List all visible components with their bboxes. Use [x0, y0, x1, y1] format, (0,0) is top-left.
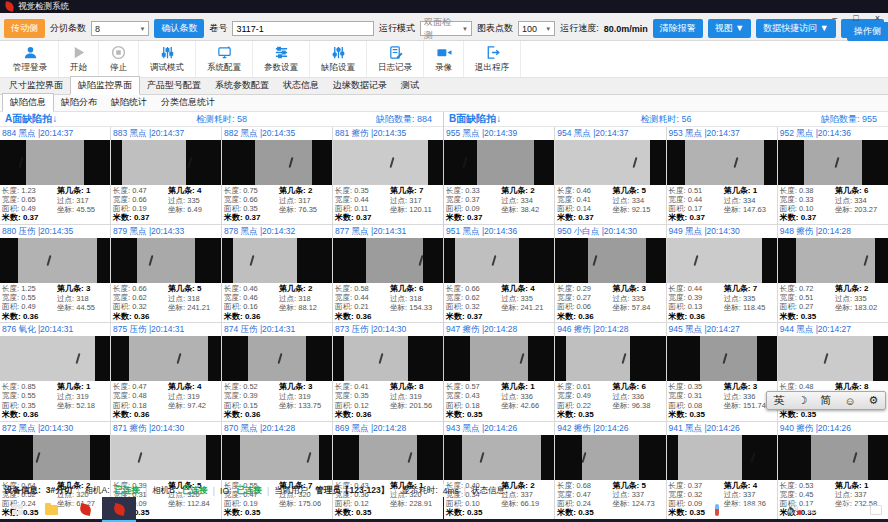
defect-strip-number: 第几条: 7: [390, 186, 441, 196]
defect-cell[interactable]: 951 黑点 |20:14:36 长度: 0.66 宽度: 0.62 面积: 0…: [444, 225, 554, 322]
defect-width: 宽度: 0.45: [780, 490, 835, 499]
file-explorer-button[interactable]: [34, 497, 68, 522]
tab-4[interactable]: 状态信息: [276, 77, 326, 94]
device-info-label: 设备信息:: [4, 485, 41, 497]
defect-cell[interactable]: 949 黑点 |20:14:30 长度: 0.44 宽度: 0.39 面积: 0…: [667, 225, 777, 322]
defect-meters: 米数: 0.35: [557, 508, 612, 518]
view-menu-button[interactable]: 视图 ▼: [708, 19, 751, 38]
clear-alarm-button[interactable]: 清除报警: [653, 19, 703, 38]
roll-number-input[interactable]: [232, 21, 373, 36]
close-button[interactable]: ×: [875, 14, 880, 23]
defect-cell[interactable]: 878 黑点 |20:14:32 长度: 0.46 宽度: 0.46 面积: 0…: [222, 225, 332, 322]
defect-cell[interactable]: 948 擦伤 |20:14:28 长度: 0.72 宽度: 0.51 面积: 0…: [778, 225, 888, 322]
defect-cell[interactable]: 873 压伤 |20:14:30 长度: 0.41 宽度: 0.35 面积: 0…: [333, 323, 443, 420]
action-sliders-v2-button[interactable]: 缺陷设置: [310, 41, 367, 77]
inspection-app-button[interactable]: [102, 497, 136, 522]
defect-cell[interactable]: 880 压伤 |20:14:35 长度: 1.25 宽度: 0.55 面积: 0…: [0, 225, 110, 322]
defect-cell[interactable]: 869 黑点 |20:14:28 长度: 0.43 宽度: 0.36 面积: 0…: [333, 422, 443, 519]
defect-cell[interactable]: 954 黑点 |20:14:37 长度: 0.46 宽度: 0.41 面积: 0…: [555, 127, 665, 224]
defect-cell[interactable]: 947 擦伤 |20:14:28 长度: 0.57 宽度: 0.43 面积: 0…: [444, 323, 554, 420]
data-quick-access-button[interactable]: 数据快捷访问 ▼: [756, 19, 835, 38]
defect-cell[interactable]: 955 黑点 |20:14:39 长度: 0.33 宽度: 0.37 面积: 0…: [444, 127, 554, 224]
defect-area: 面积: 0.35: [224, 204, 279, 213]
defect-coordinate: 坐标: 147.63: [724, 205, 775, 214]
speed-label: 运行速度:: [560, 22, 599, 35]
slit-count-select[interactable]: 8▼: [91, 21, 149, 36]
defect-area: 面积: 0.27: [780, 302, 835, 311]
defect-image: [667, 140, 777, 185]
ime-settings-gear-icon[interactable]: ⚙: [869, 394, 879, 407]
defect-cell[interactable]: 946 擦伤 |20:14:28 长度: 0.61 宽度: 0.49 面积: 0…: [555, 323, 665, 420]
tab-2[interactable]: 产品型号配置: [140, 77, 208, 94]
defect-cell[interactable]: 877 黑点 |20:14:31 长度: 0.58 宽度: 0.44 面积: 0…: [333, 225, 443, 322]
sliders-v-icon: [160, 44, 175, 61]
action-exit-button[interactable]: 退出程序: [464, 41, 521, 77]
defect-cell[interactable]: 952 黑点 |20:14:36 长度: 0.38 宽度: 0.33 面积: 0…: [778, 127, 888, 224]
defect-pass-point: 过点: 337: [613, 490, 664, 499]
camera-b-label: 相机B:: [152, 485, 177, 497]
moon-icon[interactable]: ☽: [798, 394, 808, 407]
defect-cell[interactable]: 943 黑点 |20:14:26 长度: 0.40 宽度: 0.34 面积: 0…: [444, 422, 554, 519]
defect-cell[interactable]: 875 压伤 |20:14:31 长度: 0.47 宽度: 0.48 面积: 0…: [111, 323, 221, 420]
defect-cell-header: 870 黑点 |20:14:28: [222, 422, 332, 435]
maximize-button[interactable]: □: [853, 14, 858, 23]
ime-language-bar[interactable]: 英☽简☺⚙: [766, 391, 886, 410]
drive-side-button[interactable]: 传动侧: [4, 19, 45, 38]
english-mode-icon[interactable]: 英: [774, 393, 785, 408]
subtab-2[interactable]: 缺陷统计: [104, 94, 154, 111]
clock[interactable]: 20:14 2025/2/10: [825, 500, 861, 520]
volume-icon[interactable]: 🔊: [786, 504, 798, 515]
action-sliders-v-button[interactable]: 调试模式: [139, 41, 196, 77]
action-sliders-h-button[interactable]: 参数设置: [253, 41, 310, 77]
tab-0[interactable]: 尺寸监控界面: [2, 77, 70, 94]
defect-cell[interactable]: 882 黑点 |20:14:35 长度: 0.75 宽度: 0.66 面积: 0…: [222, 127, 332, 224]
defect-meters: 米数: 0.37: [446, 312, 501, 322]
defect-cell[interactable]: 953 黑点 |20:14:37 长度: 0.51 宽度: 0.44 面积: 0…: [667, 127, 777, 224]
defect-cell-info: 长度: 0.66 宽度: 0.62 面积: 0.32 米数: 0.36 第几条:…: [111, 283, 221, 322]
subtab-3[interactable]: 分类信息统计: [154, 94, 222, 111]
action-monitor-button[interactable]: 系统配置: [196, 41, 253, 77]
defect-strip-number: 第几条: 2: [501, 481, 552, 491]
action-play-button[interactable]: 开始: [59, 41, 99, 77]
action-stop-button[interactable]: 停止: [99, 41, 139, 77]
minimize-button[interactable]: –: [832, 14, 837, 23]
defect-cell[interactable]: 874 压伤 |20:14:31 长度: 0.52 宽度: 0.39 面积: 0…: [222, 323, 332, 420]
tab-3[interactable]: 系统参数配置: [208, 77, 276, 94]
defect-cell-header: 943 黑点 |20:14:26: [444, 422, 554, 435]
defect-pass-point: 过点: 335: [168, 196, 219, 205]
emoji-icon[interactable]: ☺: [844, 395, 855, 407]
defect-cell[interactable]: 870 黑点 |20:14:28 长度: 0.55 宽度: 0.47 面积: 0…: [222, 422, 332, 519]
defect-meters: 米数: 0.37: [113, 213, 168, 223]
language-indicator[interactable]: 英: [807, 503, 816, 516]
action-user-button[interactable]: 管理登录: [2, 41, 59, 77]
defect-cell[interactable]: 881 擦伤 |20:14:35 长度: 0.35 宽度: 0.44 面积: 0…: [333, 127, 443, 224]
defect-width: 宽度: 0.35: [335, 391, 390, 400]
defect-cell[interactable]: 879 黑点 |20:14:33 长度: 0.66 宽度: 0.62 面积: 0…: [111, 225, 221, 322]
subtab-1[interactable]: 缺陷分布: [54, 94, 104, 111]
defect-cell[interactable]: 945 黑点 |20:14:27 长度: 0.35 宽度: 0.31 面积: 0…: [667, 323, 777, 420]
defect-cell[interactable]: 950 小白点 |20:14:30 长度: 0.29 宽度: 0.27 面积: …: [555, 225, 665, 322]
defect-cell[interactable]: 876 氧化 |20:14:31 长度: 0.85 宽度: 0.55 面积: 0…: [0, 323, 110, 420]
subtab-0[interactable]: 缺陷信息: [2, 93, 54, 112]
defect-meters: 米数: 0.36: [669, 312, 724, 322]
defect-cell[interactable]: 942 擦伤 |20:14:26 长度: 0.68 宽度: 0.47 面积: 0…: [555, 422, 665, 519]
tab-6[interactable]: 测试: [394, 77, 426, 94]
action-log-button[interactable]: 日志记录: [367, 41, 424, 77]
tray-expand-caret[interactable]: ^: [773, 505, 777, 515]
operate-side-button[interactable]: 操作侧: [847, 22, 888, 41]
tab-1[interactable]: 缺陷监控界面: [70, 76, 140, 95]
action-camera-button[interactable]: 录像: [424, 41, 464, 77]
simplified-chinese-icon[interactable]: 简: [820, 393, 831, 408]
defect-cell-header: 949 黑点 |20:14:30: [667, 225, 777, 238]
defect-cell-info: 长度: 0.51 宽度: 0.44 面积: 0.17 米数: 0.37 第几条:…: [667, 185, 777, 224]
start-button[interactable]: [0, 497, 34, 522]
run-mode-select[interactable]: 双面检测▼: [420, 21, 472, 36]
notification-center-icon[interactable]: [870, 505, 882, 515]
weather-text[interactable]: 气温下降: [728, 503, 764, 516]
tab-5[interactable]: 边缘数据记录: [326, 77, 394, 94]
defect-cell[interactable]: 883 黑点 |20:14:37 长度: 0.47 宽度: 0.66 面积: 0…: [111, 127, 221, 224]
confirm-count-button[interactable]: 确认条数: [154, 19, 204, 38]
defect-cell[interactable]: 884 黑点 |20:14:37 长度: 1.23 宽度: 0.65 面积: 0…: [0, 127, 110, 224]
app-shortcut-button[interactable]: [68, 497, 102, 522]
chart-points-select[interactable]: 100▼: [518, 21, 555, 36]
